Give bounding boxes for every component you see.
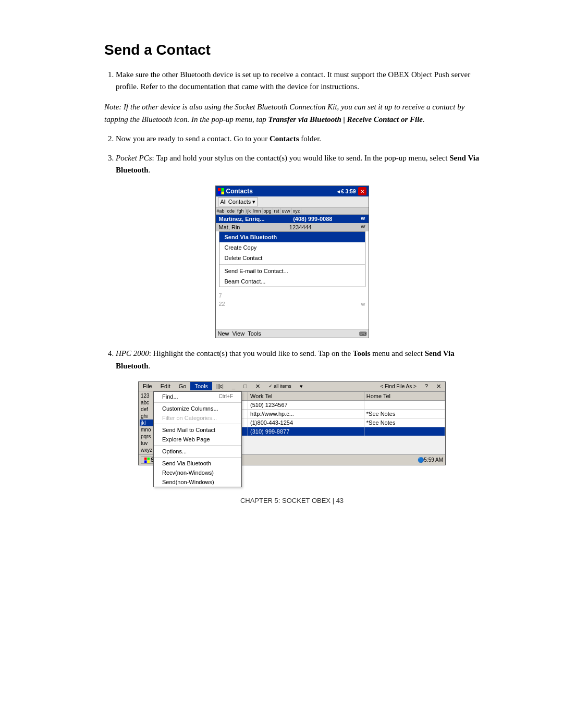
hpc-tools-recv-non-windows[interactable]: Recv(non-Windows) (154, 468, 241, 477)
ppc-row4-num: 22 (219, 301, 225, 307)
ppc-row2-phone: 1234444 (289, 224, 312, 230)
alpha-uvw[interactable]: uvw (281, 208, 292, 214)
step-2: Now you are ready to send a contact. Go … (116, 133, 480, 145)
svg-rect-4 (144, 458, 147, 460)
hpc-tools-send-mail[interactable]: Send Mail to Contact (154, 425, 241, 435)
contact-worktel-4: (310) 999-8877 (248, 427, 364, 436)
hpc-menu-edit[interactable]: Edit (156, 382, 175, 390)
step-4: HPC 2000: Highlight the contact(s) that … (116, 348, 480, 372)
ppc-title: Contacts (226, 188, 253, 195)
hpc-menu-file[interactable]: File (139, 382, 156, 390)
step-2-pre: Now you are ready to send a contact. Go … (116, 134, 270, 143)
ppc-menu-send-email[interactable]: Send E-mail to Contact... (219, 266, 365, 276)
alpha-lmn[interactable]: lmn (252, 208, 263, 214)
hpc-menu-tools[interactable]: Tools (190, 382, 212, 390)
step-1-text: Make sure the other Bluetooth device is … (116, 70, 470, 91)
chapter-footer: CHAPTER 5: SOCKET OBEX | 43 (104, 497, 480, 504)
ppc-menu-send-via-bluetooth[interactable]: Send Via Bluetooth (219, 232, 365, 242)
hpc-find-field[interactable]: < Find File As > (376, 382, 420, 390)
ppc-empty-area (216, 308, 369, 329)
alpha-ijk[interactable]: ijk (246, 208, 253, 214)
hpc-menu-icons: |||c| (212, 382, 228, 390)
step-3-end: . (149, 166, 151, 174)
alpha-ab[interactable]: #ab (216, 208, 226, 214)
footer-text: CHAPTER 5: SOCKET OBEX | 43 (240, 497, 344, 504)
hpc-maximize-icon[interactable]: □ (239, 382, 251, 390)
hpc-screenshot-wrapper: File Edit Go Tools |||c| _ □ ✕ ✓ all Ite… (104, 381, 480, 465)
contact-worktel-1: (510) 1234567 (248, 400, 364, 409)
hpc-tools-sep4 (154, 457, 241, 458)
hpc-tools-sep1 (154, 402, 241, 403)
hpc-tools-find[interactable]: Find... Ctrl+F (154, 392, 241, 401)
alpha-rst[interactable]: rst (273, 208, 281, 214)
note-bold: Transfer via Bluetooth | Receive Contact… (268, 115, 423, 124)
step-2-post: folder. (299, 134, 322, 143)
step-4-text: HPC 2000: Highlight the contact(s) that … (116, 349, 455, 369)
ppc-menu-delete-contact[interactable]: Delete Contact (219, 253, 365, 263)
hpc-tools-sep2 (154, 424, 241, 424)
ppc-tools-label[interactable]: Tools (248, 330, 261, 337)
ppc-contact-row-2[interactable]: Mat, Rin 1234444 W (216, 223, 369, 231)
hpc-tools-options[interactable]: Options... (154, 447, 241, 456)
hpc-tools-explore-web[interactable]: Explore Web Page (154, 435, 241, 444)
svg-rect-0 (218, 188, 221, 191)
ppc-row4-flag: w (361, 301, 365, 307)
contact-hometel-1 (364, 400, 445, 409)
note-paragraph: Note: If the other device is also using … (104, 101, 480, 126)
contact-worktel-3: (1)800-443-1254 (248, 418, 364, 427)
contact-hometel-4 (364, 427, 445, 436)
hpc-dropdown-arrow[interactable]: ▾ (296, 382, 307, 391)
ppc-view-label[interactable]: View (232, 330, 245, 337)
hpc-menu-go[interactable]: Go (175, 382, 191, 390)
hpc-tools-send-non-windows[interactable]: Send(non-Windows) (154, 477, 241, 487)
ppc-row-4: 22 w (216, 300, 369, 308)
step-2-text: Now you are ready to send a contact. Go … (116, 134, 321, 143)
step-3: Pocket PCs: Tap and hold your stylus on … (116, 152, 480, 177)
ppc-screenshot-wrapper: Contacts ◄€ 3:59 ✕ All Contacts ▾ #ab cd… (104, 186, 480, 338)
alpha-cde[interactable]: cde (226, 208, 237, 214)
ppc-separator-1 (219, 264, 365, 265)
ppc-keyboard-icon[interactable]: ⌨ (359, 331, 366, 337)
hpc-menubar: File Edit Go Tools |||c| _ □ ✕ ✓ all Ite… (139, 382, 445, 391)
ppc-titlebar-left: Contacts (218, 188, 253, 195)
windows-flag-icon (218, 188, 224, 194)
ppc-menu-beam-contact[interactable]: Beam Contact... (219, 276, 365, 287)
hpc-check-icon[interactable]: ✓ all Items (264, 382, 296, 390)
hpc-minimize-icon[interactable]: _ (228, 382, 239, 390)
ppc-close-button[interactable]: ✕ (358, 187, 366, 195)
hpc-window-close-btn[interactable]: ✕ (432, 382, 445, 391)
ppc-row2-name: Mat, Rin (219, 224, 240, 230)
ppc-contact-phone-selected: (408) 999-0088 (293, 216, 332, 222)
ppc-toolbar: All Contacts ▾ (216, 196, 369, 208)
ppc-titlebar: Contacts ◄€ 3:59 ✕ (216, 186, 369, 196)
svg-rect-3 (221, 192, 224, 195)
svg-rect-2 (218, 192, 221, 195)
hpc-help-btn[interactable]: ? (421, 382, 432, 390)
hpc-tools-sep3 (154, 445, 241, 446)
ppc-contact-row-selected[interactable]: Martinez, Enriq... (408) 999-0088 W (216, 215, 369, 223)
ppc-bottom-bar: New View Tools ⌨ (216, 329, 369, 338)
ppc-row-3: 7 (216, 291, 369, 300)
alpha-opg[interactable]: opg (263, 208, 273, 214)
ppc-menu-create-copy[interactable]: Create Copy (219, 242, 365, 253)
ppc-new-label[interactable]: New (218, 330, 229, 337)
alpha-fgh[interactable]: fgh (236, 208, 246, 214)
hpc-start-windows-icon (144, 458, 150, 463)
step-4-text3: . (149, 362, 151, 370)
hpc-tools-filter-categories: Filter on Categories... (154, 413, 241, 423)
hpc-tools-dropdown-menu: Find... Ctrl+F Customize Columns... Filt… (153, 391, 242, 487)
contact-hometel-3: *See Notes (364, 418, 445, 427)
hpc-tools-customize-cols[interactable]: Customize Columns... (154, 404, 241, 413)
step-2-bold: Contacts (270, 134, 299, 143)
ppc-row2-flag: W (361, 224, 365, 230)
hpc-content-area: 123 abc def ghi jkl mno pqrs tuv wxyz Na… (139, 391, 445, 454)
svg-rect-1 (221, 188, 224, 191)
hpc-bluetooth-icon: 🔵 (418, 457, 424, 463)
hpc-close-icon[interactable]: ✕ (251, 382, 264, 391)
hpc-tools-send-via-bluetooth[interactable]: Send Via Bluetooth (154, 459, 241, 468)
alpha-xyz[interactable]: xyz (292, 208, 302, 214)
ppc-all-contacts-dropdown[interactable]: All Contacts ▾ (218, 198, 259, 206)
step-4-italic: HPC 2000 (116, 349, 149, 357)
ppc-contact-flag-selected: W (361, 216, 365, 222)
hpc-time: 5:59 AM (424, 457, 443, 463)
